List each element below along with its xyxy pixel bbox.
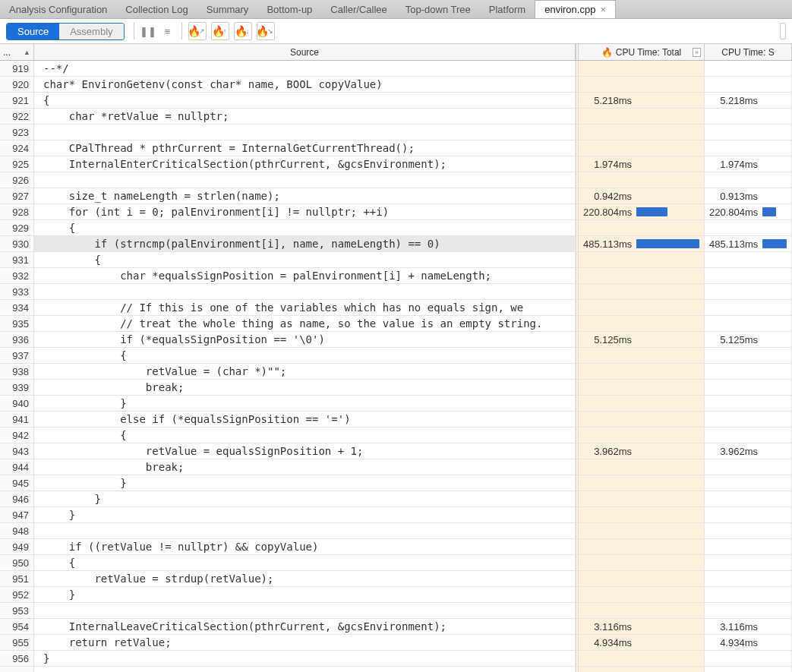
source-grid[interactable]: 919--*/920char* EnvironGetenv(const char…	[0, 61, 792, 672]
source-row[interactable]: 926	[0, 172, 792, 188]
cpu-time-self: 4.934ms	[705, 635, 792, 650]
source-row[interactable]: 929 {	[0, 220, 792, 236]
cpu-time-self	[705, 172, 792, 188]
source-row[interactable]: 920char* EnvironGetenv(const char* name,…	[0, 77, 792, 93]
cpu-time-self	[705, 316, 792, 331]
line-number: 954	[0, 619, 34, 634]
tab-platform[interactable]: Platform	[480, 0, 535, 18]
cpu-time-total	[576, 172, 705, 188]
source-row[interactable]: 919--*/	[0, 61, 792, 77]
line-number: 944	[0, 459, 34, 475]
cpu-time-self	[705, 396, 792, 411]
header-cpu-self[interactable]: CPU Time: S	[705, 44, 792, 60]
line-number	[0, 667, 34, 672]
source-row[interactable]: 936 if (*equalsSignPosition == '\0')5.12…	[0, 332, 792, 348]
line-number: 923	[0, 125, 34, 140]
tab-top-down-tree[interactable]: Top-down Tree	[396, 0, 480, 18]
source-row[interactable]: 951 retValue = strdup(retValue);	[0, 571, 792, 587]
cpu-time-total: 485.113ms	[576, 236, 705, 251]
source-code: {	[34, 348, 576, 363]
tab-summary[interactable]: Summary	[197, 0, 258, 18]
tab-bottom-up[interactable]: Bottom-up	[257, 0, 321, 18]
line-number: 926	[0, 172, 34, 188]
flame-up-ext-icon[interactable]: 🔥↗	[188, 22, 207, 40]
tab-label: Top-down Tree	[405, 4, 471, 15]
source-row[interactable]: 952 }	[0, 587, 792, 603]
cpu-time-total	[576, 555, 705, 570]
source-row[interactable]: 949 if ((retValue != nullptr) && copyVal…	[0, 539, 792, 555]
tab-environ-cpp[interactable]: environ.cpp×	[535, 0, 616, 18]
header-cpu-total[interactable]: 🔥 CPU Time: Total »	[576, 44, 705, 60]
source-row[interactable]: 927 size_t nameLength = strlen(name);0.9…	[0, 188, 792, 204]
source-row[interactable]: 921{5.218ms5.218ms	[0, 93, 792, 109]
source-row[interactable]: 925 InternalEnterCriticalSection(pthrCur…	[0, 156, 792, 172]
source-code	[34, 284, 576, 299]
search-input[interactable]	[780, 23, 786, 39]
source-code: char* EnvironGetenv(const char* name, BO…	[34, 77, 576, 92]
tab-label: Platform	[489, 4, 525, 15]
source-row[interactable]: 948	[0, 523, 792, 539]
source-row[interactable]: 935 // treat the whole thing as name, so…	[0, 316, 792, 332]
source-row[interactable]: 953	[0, 603, 792, 619]
view-toggle: Source Assembly	[6, 23, 125, 40]
source-row[interactable]: 922 char *retValue = nullptr;	[0, 109, 792, 125]
source-row[interactable]: 940 }	[0, 396, 792, 412]
line-number: 935	[0, 316, 34, 331]
source-row[interactable]: 931 {	[0, 252, 792, 268]
line-number: 922	[0, 109, 34, 124]
cpu-time-total: 0.942ms	[576, 188, 705, 203]
source-row[interactable]: 950 {	[0, 555, 792, 571]
expand-icon[interactable]: »	[693, 48, 701, 57]
source-row[interactable]: 942 {	[0, 427, 792, 443]
cpu-time-self: 0.913ms	[705, 188, 792, 203]
line-number: 940	[0, 396, 34, 411]
flame-down-ext-icon[interactable]: 🔥↘	[257, 22, 275, 40]
close-icon[interactable]: ×	[600, 4, 606, 15]
flame-down-icon[interactable]: 🔥↓	[234, 22, 252, 40]
source-row[interactable]: 934 // If this is one of the variables w…	[0, 300, 792, 316]
source-row[interactable]: 938 retValue = (char *)"";	[0, 364, 792, 380]
source-code: }	[34, 507, 576, 522]
source-row[interactable]: 943 retValue = equalsSignPosition + 1;3.…	[0, 443, 792, 459]
cpu-time-total	[576, 427, 705, 443]
source-row[interactable]: 923	[0, 125, 792, 140]
source-row[interactable]: 954 InternalLeaveCriticalSection(pthrCur…	[0, 619, 792, 635]
source-row[interactable]: 937 {	[0, 348, 792, 364]
source-row[interactable]: 945 }	[0, 475, 792, 491]
list-icon[interactable]: ≡	[159, 22, 177, 40]
line-number: 956	[0, 651, 34, 666]
cpu-time-total	[576, 77, 705, 92]
pause-icon[interactable]: ❚❚	[139, 22, 157, 40]
source-row[interactable]: 941 else if (*equalsSignPosition == '=')	[0, 412, 792, 427]
source-row[interactable]: 955 return retValue;4.934ms4.934ms	[0, 635, 792, 651]
source-row[interactable]: 946 }	[0, 491, 792, 507]
source-row[interactable]: 939 break;	[0, 380, 792, 396]
source-code: {	[34, 93, 576, 108]
tab-caller-callee[interactable]: Caller/Callee	[321, 0, 396, 18]
header-line[interactable]: ... ▲	[0, 44, 34, 60]
cpu-time-self	[705, 109, 792, 124]
source-row[interactable]: 928 for (int i = 0; palEnvironment[i] !=…	[0, 204, 792, 220]
source-row[interactable]	[0, 667, 792, 672]
source-row[interactable]: 956}	[0, 651, 792, 667]
source-row[interactable]: 944 break;	[0, 459, 792, 475]
header-source[interactable]: Source	[34, 44, 576, 60]
source-row[interactable]: 947 }	[0, 507, 792, 523]
flame-up-icon[interactable]: 🔥↑	[211, 22, 229, 40]
source-code: }	[34, 651, 576, 666]
tab-collection-log[interactable]: Collection Log	[116, 0, 197, 18]
separator	[134, 23, 134, 39]
source-toggle[interactable]: Source	[7, 24, 59, 39]
line-number: 937	[0, 348, 34, 363]
assembly-toggle[interactable]: Assembly	[59, 24, 123, 39]
tab-analysis-configuration[interactable]: Analysis Configuration	[0, 0, 116, 18]
line-number: 950	[0, 555, 34, 570]
source-row[interactable]: 930 if (strncmp(palEnvironment[i], name,…	[0, 236, 792, 252]
source-row[interactable]: 933	[0, 284, 792, 300]
cpu-time-total	[576, 396, 705, 411]
cpu-time-self	[705, 348, 792, 363]
cpu-time-total	[576, 475, 705, 491]
source-row[interactable]: 924 CPalThread * pthrCurrent = InternalG…	[0, 140, 792, 156]
source-row[interactable]: 932 char *equalsSignPosition = palEnviro…	[0, 268, 792, 284]
line-number: 952	[0, 587, 34, 602]
